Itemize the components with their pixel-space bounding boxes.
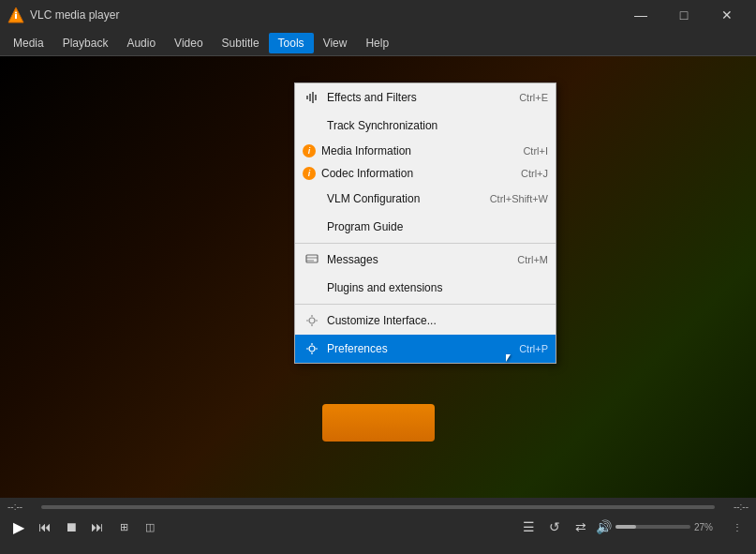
playlist-button[interactable]: ☰ <box>517 516 540 538</box>
plugins-label: Plugins and extensions <box>327 281 539 294</box>
customize-label: Customize Interface... <box>327 314 539 327</box>
next-button[interactable]: ⏭ <box>86 516 109 538</box>
menu-item-program-guide[interactable]: Program Guide <box>295 213 556 241</box>
effects-label: Effects and Filters <box>327 91 510 104</box>
menu-item-effects[interactable]: Effects and Filters Ctrl+E <box>295 83 556 112</box>
prev-button[interactable]: ⏮ <box>34 516 56 538</box>
volume-fill <box>615 525 636 529</box>
menu-item-codec-info[interactable]: i Codec Information Ctrl+J <box>295 162 556 185</box>
preferences-icon <box>303 339 321 358</box>
controls-row: ▶ ⏮ ⏹ ⏭ ⊞ ◫ ☰ ↺ ⇄ 🔊 27% ⋮ <box>7 516 749 538</box>
svg-rect-3 <box>306 96 308 99</box>
codec-info-label: Codec Information <box>321 167 511 180</box>
menu-view[interactable]: View <box>314 33 357 53</box>
svg-rect-6 <box>315 95 317 100</box>
menubar: Media Playback Audio Video Subtitle Tool… <box>0 30 756 56</box>
play-button[interactable]: ▶ <box>7 516 30 538</box>
track-sync-label: Track Synchronization <box>327 119 539 132</box>
minimize-button[interactable]: — <box>619 0 662 30</box>
vlm-label: VLM Configuration <box>327 192 481 205</box>
loop-button[interactable]: ↺ <box>543 516 566 538</box>
separator-1 <box>295 243 556 244</box>
titlebar: VLC media player — □ ✕ <box>0 0 756 30</box>
svg-point-15 <box>309 346 315 352</box>
effects-icon <box>303 88 321 107</box>
menu-item-track-sync[interactable]: Track Synchronization <box>295 112 556 140</box>
media-info-shortcut: Ctrl+I <box>523 145 548 157</box>
menu-item-customize[interactable]: Customize Interface... <box>295 307 556 335</box>
preferences-shortcut: Ctrl+P <box>519 343 548 354</box>
messages-shortcut: Ctrl+M <box>517 254 548 265</box>
program-guide-icon <box>303 217 321 236</box>
customize-icon <box>303 311 321 330</box>
media-info-icon: i <box>303 144 316 157</box>
menu-playback[interactable]: Playback <box>53 33 118 53</box>
svg-point-2 <box>15 12 17 14</box>
codec-info-icon: i <box>303 167 316 180</box>
vlc-window: VLC media player — □ ✕ Media Playback Au… <box>0 0 756 554</box>
ab-button[interactable]: ◫ <box>139 516 161 538</box>
messages-label: Messages <box>327 253 508 266</box>
player-controls: --:-- --:-- ▶ ⏮ ⏹ ⏭ ⊞ ◫ ☰ ↺ ⇄ 🔊 27% <box>0 498 756 554</box>
video-area: Effects and Filters Ctrl+E Track Synchro… <box>0 56 756 498</box>
menu-subtitle[interactable]: Subtitle <box>213 33 269 53</box>
media-info-label: Media Information <box>321 144 513 157</box>
shuffle-button[interactable]: ⇄ <box>570 516 592 538</box>
volume-icon: 🔊 <box>596 519 612 534</box>
vlm-icon <box>303 189 321 208</box>
svg-rect-7 <box>306 255 318 262</box>
time-elapsed: --:-- <box>7 502 36 512</box>
separator-2 <box>295 304 556 305</box>
maximize-button[interactable]: □ <box>662 0 705 30</box>
menu-overlay: Effects and Filters Ctrl+E Track Synchro… <box>0 56 756 498</box>
extra-button[interactable]: ⋮ <box>726 516 749 538</box>
track-sync-icon <box>303 116 321 135</box>
close-button[interactable]: ✕ <box>705 0 749 30</box>
menu-item-messages[interactable]: Messages Ctrl+M <box>295 246 556 274</box>
menu-item-preferences[interactable]: Preferences Ctrl+P <box>295 335 556 363</box>
frame-button[interactable]: ⊞ <box>112 516 135 538</box>
menu-tools[interactable]: Tools <box>269 33 314 53</box>
menu-media[interactable]: Media <box>4 33 53 53</box>
program-guide-label: Program Guide <box>327 220 539 233</box>
volume-area: 🔊 27% ⋮ <box>596 516 749 538</box>
effects-shortcut: Ctrl+E <box>519 92 548 103</box>
progress-row: --:-- --:-- <box>7 502 749 512</box>
stop-button[interactable]: ⏹ <box>60 516 82 538</box>
plugins-icon <box>303 278 321 297</box>
volume-bar[interactable] <box>615 525 690 529</box>
menu-help[interactable]: Help <box>356 33 398 53</box>
menu-item-media-info[interactable]: i Media Information Ctrl+I <box>295 140 556 162</box>
menu-video[interactable]: Video <box>165 33 212 53</box>
time-total: --:-- <box>720 502 749 512</box>
codec-info-shortcut: Ctrl+J <box>521 168 548 179</box>
menu-item-plugins[interactable]: Plugins and extensions <box>295 274 556 302</box>
progress-bar[interactable] <box>41 505 715 509</box>
vlm-shortcut: Ctrl+Shift+W <box>490 193 548 204</box>
svg-rect-1 <box>15 14 17 19</box>
window-title: VLC media player <box>30 8 619 22</box>
tools-dropdown: Effects and Filters Ctrl+E Track Synchro… <box>294 82 556 364</box>
menu-audio[interactable]: Audio <box>117 33 165 53</box>
svg-rect-4 <box>309 94 311 101</box>
preferences-label: Preferences <box>327 342 510 355</box>
volume-percent: 27% <box>694 522 722 532</box>
app-icon <box>7 7 24 23</box>
svg-point-10 <box>309 318 315 323</box>
menu-item-vlm[interactable]: VLM Configuration Ctrl+Shift+W <box>295 185 556 213</box>
svg-rect-5 <box>312 92 314 103</box>
window-controls: — □ ✕ <box>619 0 749 30</box>
messages-icon <box>303 250 321 269</box>
